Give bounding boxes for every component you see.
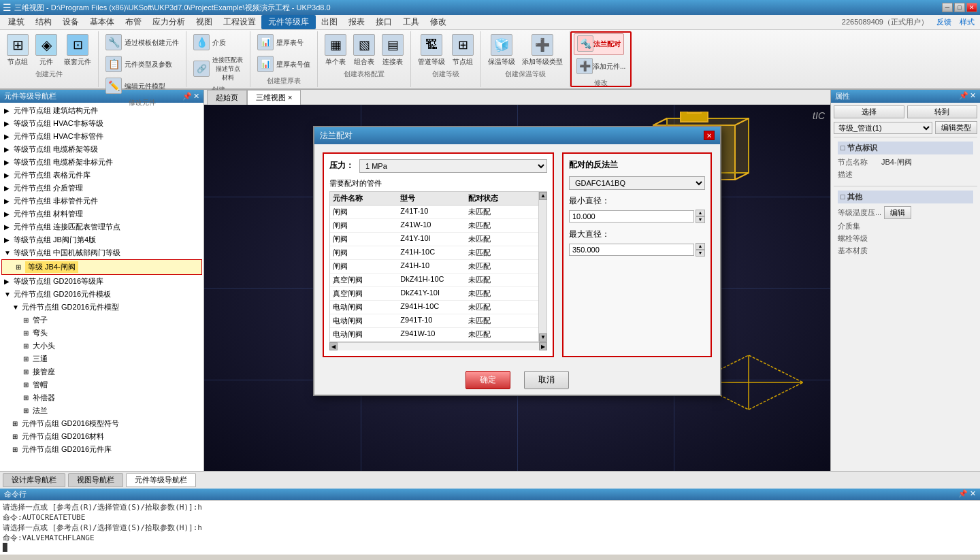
tree-item-23[interactable]: ⊞ 补偿器 <box>1 391 202 404</box>
tree-item-19[interactable]: ⊞ 大小头 <box>1 340 202 352</box>
ribbon-btn-edit-model[interactable]: ✏️ 编辑元件模型 <box>103 76 168 97</box>
tree-item-14[interactable]: ▶ 等级节点组 GD2016等级库 <box>1 275 202 288</box>
bottom-tab-element-grade[interactable]: 元件等级导航栏 <box>126 473 196 487</box>
max-up-btn[interactable]: ▲ <box>696 243 705 250</box>
table-row[interactable]: 闸阀Z41H-10未匹配 <box>330 260 538 274</box>
table-row[interactable]: 闸阀Z41W-10未匹配 <box>330 219 538 233</box>
tree-item-10[interactable]: ▶ 元件节点组 连接匹配表管理节点 <box>1 220 202 233</box>
tab-start[interactable]: 起始页 <box>207 90 247 105</box>
tree-item-7[interactable]: ▶ 元件节点组 介质管理 <box>1 182 202 195</box>
close-btn[interactable]: ✕ <box>966 3 977 12</box>
tree-item-27[interactable]: ⊞ 元件节点组 GD2016元件库 <box>1 443 202 456</box>
ribbon-btn-node-group2[interactable]: ⊞ 节点组 <box>449 33 476 68</box>
menu-shitu[interactable]: 视图 <box>191 15 218 29</box>
ribbon-btn-insulate-grade[interactable]: 🧊 保温等级 <box>485 33 518 68</box>
tree-item-26[interactable]: ⊞ 元件节点组 GD2016材料 <box>1 430 202 443</box>
tree-item-18[interactable]: ⊞ 弯头 <box>1 327 202 340</box>
bottom-tab-design-lib[interactable]: 设计库导航栏 <box>3 473 65 487</box>
tree-item-17[interactable]: ⊞ 管子 <box>1 314 202 327</box>
tree-item-15[interactable]: ▼ 元件节点组 GD2016元件模板 <box>1 288 202 301</box>
ribbon-btn-wall-val[interactable]: 📊 壁厚表号值 <box>255 54 313 75</box>
menu-jianzhu[interactable]: 建筑 <box>3 15 30 29</box>
menu-xiugai[interactable]: 修改 <box>425 15 452 29</box>
tree-item-13[interactable]: ⊞ 等级 JB4-闸阀 <box>1 259 202 275</box>
feedback-link[interactable]: 反馈 <box>936 17 951 27</box>
menu-chutu[interactable]: 出图 <box>316 15 343 29</box>
command-area[interactable]: 请选择一点或 [参考点(R)/选择管道(S)/拾取参数(H)]:h 命令:AUT… <box>0 500 980 555</box>
table-row[interactable]: 闸阀Z41T-10未匹配 <box>330 205 538 219</box>
ribbon-btn-nested-element[interactable]: ⊡ 嵌套元件 <box>61 33 94 68</box>
style-link[interactable]: 样式 <box>960 17 975 27</box>
left-panel-pin[interactable]: 📌 <box>182 92 192 101</box>
ribbon-btn-add-element[interactable]: ➕ 添加元件... <box>574 56 628 77</box>
table-row[interactable]: 真空闸阀DkZ41Y-10I未匹配 <box>330 287 538 301</box>
h-scrollbar[interactable]: ◀ ▶ <box>329 342 547 350</box>
max-down-btn[interactable]: ▼ <box>696 250 705 257</box>
command-pin[interactable]: 📌 ✕ <box>958 489 976 499</box>
table-scrollbar[interactable]: ▲ ▼ <box>538 192 546 342</box>
menu-gcsz[interactable]: 工程设置 <box>218 15 261 29</box>
tree-item-11[interactable]: ▶ 等级节点组 JB阀门第4版 <box>1 233 202 246</box>
edit-temp-btn[interactable]: 编辑 <box>884 206 911 219</box>
scroll-up[interactable]: ▲ <box>539 192 547 200</box>
ribbon-btn-single-table[interactable]: ▦ 单个表 <box>322 33 349 68</box>
goto-btn[interactable]: 转到 <box>907 105 978 118</box>
flange-match-dialog[interactable]: 法兰配对 ✕ 压力： 1 MPa <box>313 126 721 396</box>
ribbon-btn-wall-no[interactable]: 📊 壁厚表号 <box>255 33 306 53</box>
ribbon-btn-combo-table[interactable]: ▧ 组合表 <box>350 33 378 68</box>
scroll-right[interactable]: ▶ <box>539 342 547 350</box>
menu-ylyx[interactable]: 应力分析 <box>147 15 191 29</box>
table-row[interactable]: 闸阀Z41H-10C未匹配 <box>330 246 538 260</box>
tree-item-5[interactable]: ▶ 等级节点组 电缆桥架非标元件 <box>1 156 202 169</box>
tree-item-22[interactable]: ⊞ 管帽 <box>1 378 202 391</box>
confirm-btn[interactable]: 确定 <box>466 371 510 389</box>
grade-select[interactable]: 等级_管道(1) <box>834 122 932 134</box>
tab-3d-view[interactable]: 三维视图 × <box>247 90 301 105</box>
scroll-down[interactable]: ▼ <box>539 333 547 342</box>
dialog-close-btn[interactable]: ✕ <box>704 131 715 140</box>
tree-item-6[interactable]: ▶ 元件节点组 表格元件库 <box>1 169 202 182</box>
tree-item-9[interactable]: ▶ 元件节点组 材料管理 <box>1 208 202 220</box>
tree-item-1[interactable]: ▶ 元件节点组 建筑结构元件 <box>1 104 202 117</box>
min-down-btn[interactable]: ▼ <box>696 216 705 223</box>
scroll-left[interactable]: ◀ <box>329 342 338 350</box>
tree-item-8[interactable]: ▶ 元件节点组 非标管件元件 <box>1 195 202 208</box>
pressure-select[interactable]: 1 MPa <box>359 159 547 173</box>
menu-buguan[interactable]: 布管 <box>120 15 147 29</box>
tree-item-20[interactable]: ⊞ 三通 <box>1 352 202 365</box>
ribbon-btn-flange-match[interactable]: 🔩 法兰配对 <box>574 33 624 55</box>
min-diam-input[interactable] <box>569 210 694 223</box>
table-row[interactable]: 电动闸阀Z941T-10未匹配 <box>330 314 538 328</box>
ribbon-btn-add-grade-type[interactable]: ➕ 添加等级类型 <box>519 33 566 68</box>
right-panel-pin[interactable]: 📌 <box>959 91 968 101</box>
ribbon-btn-medium[interactable]: 💧 介质 <box>191 33 229 53</box>
minimize-btn[interactable]: ─ <box>942 3 953 12</box>
cancel-btn[interactable]: 取消 <box>524 371 569 389</box>
left-panel-close[interactable]: ✕ <box>193 92 199 101</box>
select-btn[interactable]: 选择 <box>834 105 904 118</box>
tree-item-21[interactable]: ⊞ 接管座 <box>1 365 202 378</box>
table-row[interactable]: 电动闸阀Z941W-10未匹配 <box>330 328 538 342</box>
table-row[interactable]: 闸阀Z41Y-10I未匹配 <box>330 233 538 246</box>
ribbon-btn-pipe-grade[interactable]: 🏗 管道等级 <box>415 33 448 68</box>
tree-item-3[interactable]: ▶ 元件节点组 HVAC非标管件 <box>1 130 202 143</box>
tree-item-12[interactable]: ▼ 等级节点组 中国机械部阀门等级 <box>1 246 202 259</box>
menu-baobiao[interactable]: 报表 <box>343 15 370 29</box>
min-up-btn[interactable]: ▲ <box>696 210 705 216</box>
ribbon-btn-create-by-template[interactable]: 🔧 通过模板创建元件 <box>103 33 182 53</box>
tree-item-25[interactable]: ⊞ 元件节点组 GD2016模型符号 <box>1 417 202 430</box>
menu-shebei[interactable]: 设备 <box>57 15 84 29</box>
tree-item-4[interactable]: ▶ 等级节点组 电缆桥架等级 <box>1 143 202 156</box>
flange-select[interactable]: GDAFC1A1BQ <box>569 176 705 190</box>
right-panel-close[interactable]: ✕ <box>970 91 976 101</box>
ribbon-btn-connection[interactable]: 🔗 连接匹配表描述节点材料 <box>191 54 246 84</box>
menu-jibenti[interactable]: 基本体 <box>84 15 120 29</box>
edit-type-btn[interactable]: 编辑类型 <box>935 121 977 134</box>
menu-jiekou[interactable]: 接口 <box>370 15 397 29</box>
max-diam-input[interactable] <box>569 244 694 256</box>
table-body[interactable]: 闸阀Z41T-10未匹配 闸阀Z41W-10未匹配 闸阀Z41Y-10I未匹配 <box>330 205 538 342</box>
tree-item-2[interactable]: ▶ 等级节点组 HVAC非标等级 <box>1 117 202 130</box>
menu-gongju[interactable]: 工具 <box>397 15 425 29</box>
tree-item-16[interactable]: ▼ 元件节点组 GD2016元件模型 <box>1 301 202 314</box>
table-row[interactable]: 真空闸阀DkZ41H-10C未匹配 <box>330 274 538 287</box>
